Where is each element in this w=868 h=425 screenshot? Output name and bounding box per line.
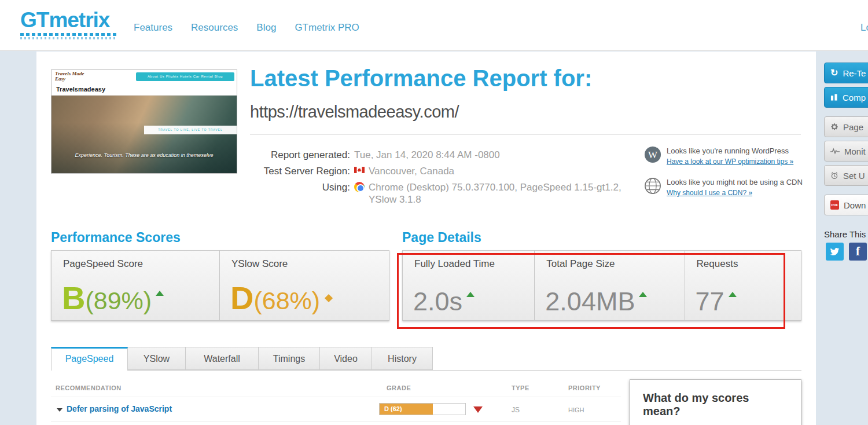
row-expander-icon[interactable]: [57, 408, 62, 412]
logo-waveform-icon: [20, 33, 116, 39]
page-settings-button[interactable]: Page: [824, 116, 868, 137]
report-tabs: PageSpeed YSlow Waterfall Timings Video …: [51, 347, 433, 371]
performance-scores-panel: PageSpeed Score B (89%) YSlow Score D (6…: [51, 250, 389, 321]
site-screenshot-thumbnail: Travels MadeEasy About Us Flights Hotels…: [51, 69, 237, 174]
thumb-site-logo: Travels MadeEasy: [55, 71, 84, 82]
pagespeed-score-cell: PageSpeed Score B (89%): [52, 251, 220, 320]
tab-history[interactable]: History: [372, 347, 433, 370]
tab-video[interactable]: Video: [320, 347, 372, 370]
facebook-share-button[interactable]: f: [849, 243, 867, 261]
scores-info-title: What do my scores mean?: [643, 391, 788, 418]
using-label: Using:: [250, 181, 350, 206]
logo-text: GTmetrix: [20, 8, 109, 32]
chrome-icon: [354, 182, 365, 192]
cdn-info-link[interactable]: Why should I use a CDN? »: [667, 188, 803, 198]
svg-text:W: W: [648, 149, 657, 160]
main-nav: Features Resources Blog GTmetrix PRO: [134, 22, 359, 34]
report-card: Travels MadeEasy About Us Flights Hotels…: [36, 52, 816, 425]
nav-gtmetrix-pro[interactable]: GTmetrix PRO: [295, 22, 359, 34]
cdn-notice: Looks like you might not be using a CDN …: [644, 177, 818, 198]
table-row: Defer parsing of JavaScript D (62) JS HI…: [51, 400, 621, 422]
thumb-caption: Experience. Tourism. These are as educat…: [52, 152, 237, 158]
grade-bar: D (62): [379, 403, 466, 415]
compare-icon: [830, 93, 838, 101]
pulse-icon: [830, 148, 840, 155]
yslow-score-label: YSlow Score: [231, 258, 288, 270]
share-this-label: Share This: [824, 229, 866, 239]
refresh-icon: ↻: [830, 69, 838, 77]
performance-scores-heading: Performance Scores: [51, 230, 181, 246]
yslow-score-cell: YSlow Score D (68%): [220, 251, 389, 320]
monitor-button[interactable]: Monit: [824, 141, 868, 162]
thumb-tagline: TRAVEL TO LIVE, LIVE TO TRAVEL: [144, 126, 237, 134]
using-value: Chrome (Desktop) 75.0.3770.100, PageSpee…: [369, 181, 621, 206]
grade-bar-fill: D (62): [380, 404, 433, 415]
alarm-icon: [830, 171, 838, 179]
yslow-percent: (68%): [253, 287, 320, 315]
col-recommendation: RECOMMENDATION: [56, 384, 122, 391]
tab-waterfall[interactable]: Waterfall: [186, 347, 259, 370]
pagespeed-score-label: PageSpeed Score: [63, 258, 143, 270]
report-url: https://travelsmadeeasy.com/: [250, 102, 459, 122]
gear-icon: [830, 123, 838, 131]
trend-down-icon: [473, 406, 483, 413]
col-type: TYPE: [512, 384, 529, 391]
pdf-icon: PDF: [830, 200, 839, 210]
region-label: Test Server Region:: [250, 165, 350, 177]
row-type: JS: [512, 406, 520, 414]
tab-pagespeed[interactable]: PageSpeed: [51, 347, 128, 371]
pagespeed-grade: B: [62, 279, 85, 317]
login-link[interactable]: Lo: [860, 22, 868, 34]
compare-button[interactable]: Comp: [824, 87, 868, 108]
trend-flat-icon: [325, 294, 333, 302]
table-header-line: [51, 397, 621, 397]
nav-blog[interactable]: Blog: [256, 22, 276, 34]
generated-value: Tue, Jan 14, 2020 8:44 AM -0800: [354, 149, 500, 161]
retest-button[interactable]: ↻ Re-Te: [824, 63, 868, 83]
facebook-f-icon: f: [856, 244, 860, 259]
download-pdf-button[interactable]: PDF Down: [824, 195, 868, 215]
trend-up-icon: [156, 291, 164, 296]
scores-info-box: What do my scores mean? Rules are sorted…: [630, 379, 801, 425]
nav-resources[interactable]: Resources: [191, 22, 238, 34]
canada-flag-icon: [354, 167, 365, 173]
col-priority: PRIORITY: [568, 384, 601, 391]
meta-row-generated: Report generated: Tue, Jan 14, 2020 8:44…: [250, 149, 500, 161]
cdn-notice-text: Looks like you might not be using a CDN: [667, 178, 803, 186]
wordpress-notice-text: Looks like you're running WordPress: [667, 146, 789, 155]
gtmetrix-report-page: GTmetrix Features Resources Blog GTmetri…: [0, 0, 868, 425]
annotation-highlight-box: [397, 253, 785, 329]
meta-row-using: Using: Chrome (Desktop) 75.0.3770.100, P…: [250, 181, 621, 206]
yslow-grade: D: [230, 279, 253, 317]
header: GTmetrix Features Resources Blog GTmetri…: [0, 0, 868, 51]
twitter-share-button[interactable]: [826, 243, 844, 261]
wp-optimization-link[interactable]: Have a look at our WP optimization tips …: [667, 157, 793, 167]
page-details-heading: Page Details: [402, 230, 481, 246]
row-priority: HIGH: [568, 406, 584, 413]
thumb-site-nav: About Us Flights Hotels Car Rental Blog: [136, 72, 234, 81]
pagespeed-percent: (89%): [85, 287, 152, 315]
tab-yslow[interactable]: YSlow: [128, 347, 186, 370]
tab-timings[interactable]: Timings: [259, 347, 320, 370]
divider: [250, 134, 801, 135]
nav-features[interactable]: Features: [134, 22, 172, 34]
wordpress-icon: W: [644, 146, 661, 163]
recommendation-link[interactable]: Defer parsing of JavaScript: [67, 404, 172, 413]
gtmetrix-logo[interactable]: GTmetrix: [20, 8, 116, 39]
region-value: Vancouver, Canada: [369, 165, 454, 177]
meta-row-region: Test Server Region: Vancouver, Canada: [250, 165, 454, 177]
globe-icon: [644, 177, 661, 195]
col-grade: GRADE: [387, 384, 411, 391]
wordpress-notice: W Looks like you're running WordPress Ha…: [644, 146, 818, 167]
set-up-alert-button[interactable]: Set U: [824, 165, 868, 186]
twitter-bird-icon: [830, 247, 840, 257]
generated-label: Report generated:: [250, 149, 350, 161]
thumb-hero-photo: TRAVEL TO LIVE, LIVE TO TRAVEL Experienc…: [52, 96, 237, 173]
page-title: Latest Performance Report for:: [250, 65, 592, 91]
thumb-site-name: Travelsmadeasy: [52, 83, 237, 96]
